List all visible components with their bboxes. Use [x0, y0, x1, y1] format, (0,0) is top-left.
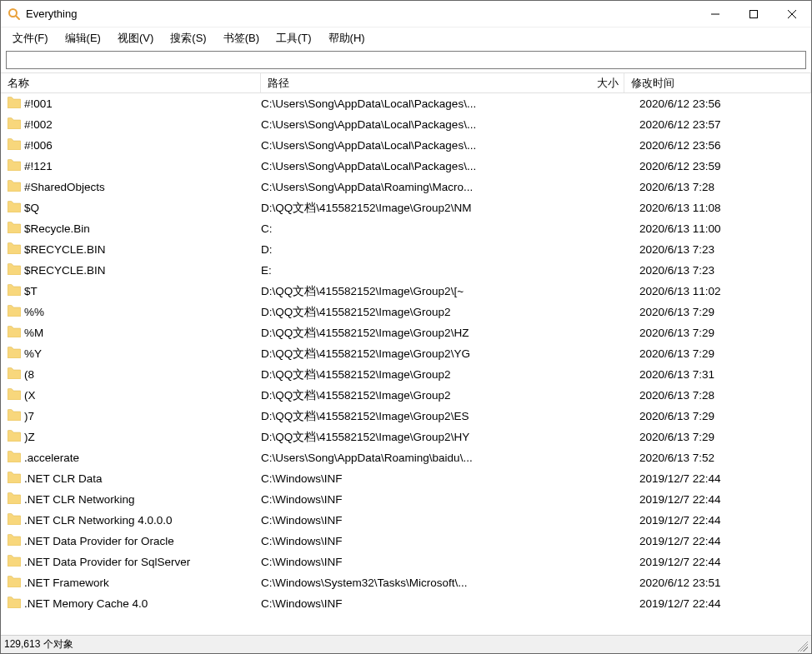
table-row[interactable]: #!002C:\Users\Song\AppData\Local\Package…: [1, 114, 811, 135]
table-row[interactable]: $QD:\QQ文档\415582152\Image\Group2\NM2020/…: [1, 197, 811, 218]
header-modified[interactable]: 修改时间: [624, 73, 811, 92]
table-row[interactable]: )ZD:\QQ文档\415582152\Image\Group2\HY2020/…: [1, 427, 811, 447]
table-row[interactable]: .NET CLR NetworkingC:\Windows\INF2019/12…: [1, 489, 811, 510]
table-row[interactable]: %YD:\QQ文档\415582152\Image\Group2\YG2020/…: [1, 343, 811, 364]
row-name-text: $T: [24, 285, 38, 297]
table-row[interactable]: .accelerateC:\Users\Song\AppData\Roaming…: [1, 447, 811, 468]
table-row[interactable]: .NET Data Provider for SqlServerC:\Windo…: [1, 552, 811, 572]
resize-grip-icon[interactable]: [794, 638, 808, 652]
table-row[interactable]: $TD:\QQ文档\415582152\Image\Group2\[~2020/…: [1, 281, 811, 302]
cell-modified: 2020/6/13 7:29: [624, 431, 811, 443]
menu-item-1[interactable]: 编辑(E): [57, 28, 109, 48]
folder-icon: [8, 138, 21, 152]
window-controls: [696, 1, 811, 27]
cell-modified: 2020/6/13 7:29: [624, 347, 811, 360]
cell-modified: 2019/12/7 22:44: [624, 493, 811, 506]
row-name-text: .NET CLR Networking 4.0.0.0: [24, 514, 173, 527]
cell-path: C:\Users\Song\AppData\Roaming\Macro...: [261, 181, 624, 193]
minimize-button[interactable]: [696, 1, 734, 27]
row-name-text: )7: [24, 410, 34, 422]
row-name-text: %%: [24, 306, 44, 318]
cell-modified: 2020/6/13 7:28: [624, 181, 811, 193]
table-row[interactable]: .NET FrameworkC:\Windows\System32\Tasks\…: [1, 572, 811, 593]
row-name-text: .NET CLR Data: [24, 472, 103, 485]
table-row[interactable]: $Recycle.BinC:2020/6/13 11:00: [1, 218, 811, 239]
cell-name: )Z: [8, 430, 261, 444]
cell-modified: 2020/6/13 11:08: [624, 202, 811, 214]
window-title: Everything: [26, 7, 696, 20]
row-name-text: .accelerate: [24, 452, 79, 464]
cell-name: #!121: [8, 159, 261, 173]
results-container: #!001C:\Users\Song\AppData\Local\Package…: [1, 93, 811, 635]
header-path[interactable]: 路径 大小: [261, 73, 624, 92]
header-name[interactable]: 名称: [1, 73, 261, 92]
row-name-text: .NET Framework: [24, 577, 109, 589]
table-row[interactable]: )7D:\QQ文档\415582152\Image\Group2\ES2020/…: [1, 406, 811, 427]
folder-icon: [8, 222, 21, 236]
table-row[interactable]: .NET CLR Networking 4.0.0.0C:\Windows\IN…: [1, 510, 811, 531]
menu-item-5[interactable]: 工具(T): [268, 28, 320, 48]
table-row[interactable]: $RECYCLE.BINE:2020/6/13 7:23: [1, 260, 811, 281]
menu-item-2[interactable]: 视图(V): [109, 28, 162, 48]
folder-icon: [8, 513, 21, 527]
row-name-text: %Y: [24, 347, 42, 360]
cell-path: C:\Users\Song\AppData\Local\Packages\...: [261, 139, 624, 152]
cell-path: D:: [261, 243, 624, 256]
table-row[interactable]: $RECYCLE.BIND:2020/6/13 7:23: [1, 239, 811, 260]
cell-path: C:\Users\Song\AppData\Local\Packages\...: [261, 118, 624, 131]
search-input[interactable]: [6, 51, 806, 69]
cell-modified: 2019/12/7 22:44: [624, 514, 811, 527]
row-name-text: $Q: [24, 202, 39, 214]
table-row[interactable]: #!006C:\Users\Song\AppData\Local\Package…: [1, 135, 811, 156]
menu-item-3[interactable]: 搜索(S): [162, 28, 214, 48]
maximize-button[interactable]: [734, 1, 773, 27]
cell-name: $T: [8, 284, 261, 298]
table-row[interactable]: %MD:\QQ文档\415582152\Image\Group2\HZ2020/…: [1, 322, 811, 343]
row-name-text: .NET Data Provider for SqlServer: [24, 556, 190, 568]
results-list[interactable]: #!001C:\Users\Song\AppData\Local\Package…: [1, 93, 811, 635]
cell-path: C:\Windows\INF: [261, 535, 624, 547]
cell-name: .NET Data Provider for SqlServer: [8, 555, 261, 569]
menu-item-0[interactable]: 文件(F): [4, 28, 57, 48]
cell-name: .NET Memory Cache 4.0: [8, 597, 261, 611]
table-row[interactable]: .NET Data Provider for OracleC:\Windows\…: [1, 531, 811, 552]
cell-modified: 2020/6/13 11:02: [624, 285, 811, 297]
row-name-text: )Z: [24, 431, 35, 443]
table-row[interactable]: .NET CLR DataC:\Windows\INF2019/12/7 22:…: [1, 468, 811, 489]
cell-name: .NET CLR Data: [8, 472, 261, 486]
cell-path: D:\QQ文档\415582152\Image\Group2: [261, 305, 624, 320]
folder-icon: [8, 117, 21, 132]
cell-path: D:\QQ文档\415582152\Image\Group2: [261, 388, 624, 403]
folder-icon: [8, 284, 21, 298]
table-row[interactable]: #!121C:\Users\Song\AppData\Local\Package…: [1, 156, 811, 177]
table-row[interactable]: (XD:\QQ文档\415582152\Image\Group22020/6/1…: [1, 385, 811, 406]
table-row[interactable]: (8D:\QQ文档\415582152\Image\Group22020/6/1…: [1, 364, 811, 385]
table-row[interactable]: #!001C:\Users\Song\AppData\Local\Package…: [1, 93, 811, 114]
cell-name: .NET Framework: [8, 576, 261, 590]
folder-icon: [8, 388, 21, 402]
close-button[interactable]: [773, 1, 811, 27]
cell-modified: 2020/6/12 23:51: [624, 577, 811, 589]
cell-modified: 2019/12/7 22:44: [624, 556, 811, 568]
cell-modified: 2020/6/13 11:00: [624, 222, 811, 235]
menu-item-6[interactable]: 帮助(H): [320, 28, 373, 48]
table-row[interactable]: .NET Memory Cache 4.0C:\Windows\INF2019/…: [1, 593, 811, 614]
list-virtual-spacer: [1, 614, 811, 635]
table-row[interactable]: #SharedObjectsC:\Users\Song\AppData\Roam…: [1, 177, 811, 197]
cell-path: D:\QQ文档\415582152\Image\Group2: [261, 367, 624, 382]
cell-path: C:\Windows\INF: [261, 556, 624, 568]
row-name-text: $RECYCLE.BIN: [24, 243, 106, 256]
searchbar: [1, 49, 811, 72]
folder-icon: [8, 305, 21, 319]
folder-icon: [8, 159, 21, 173]
table-row[interactable]: %%D:\QQ文档\415582152\Image\Group22020/6/1…: [1, 302, 811, 322]
cell-name: $Recycle.Bin: [8, 222, 261, 236]
header-size-label: 大小: [597, 76, 619, 91]
row-name-text: $Recycle.Bin: [24, 222, 90, 235]
folder-icon: [8, 555, 21, 569]
cell-path: C:\Users\Song\AppData\Local\Packages\...: [261, 160, 624, 172]
cell-path: C:\Windows\INF: [261, 597, 624, 610]
menu-item-4[interactable]: 书签(B): [215, 28, 268, 48]
cell-modified: 2020/6/13 7:23: [624, 243, 811, 256]
cell-name: %Y: [8, 347, 261, 361]
